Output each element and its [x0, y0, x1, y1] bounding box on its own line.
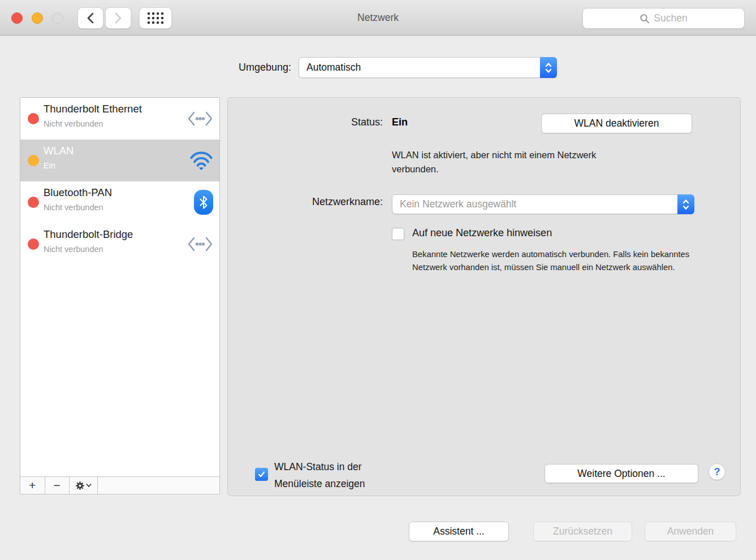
ask-new-networks-label: Auf neue Netzwerke hinweisen: [412, 227, 552, 239]
zoom-button: [52, 12, 63, 24]
service-status: Nicht verbunden: [44, 203, 103, 212]
remove-service-button[interactable]: −: [45, 477, 70, 494]
wifi-toggle-button[interactable]: WLAN deaktivieren: [541, 114, 692, 133]
network-name-popup-value: Kein Netzwerk ausgewählt: [400, 195, 675, 214]
forward-button: [105, 7, 131, 29]
add-service-button[interactable]: +: [20, 477, 45, 494]
ask-new-networks-help-text: Bekannte Netzwerke werden automatisch ve…: [412, 248, 690, 274]
location-popup[interactable]: Automatisch: [299, 57, 557, 78]
show-in-menubar-label: WLAN-Status in der Menüleiste anzeigen: [274, 458, 407, 492]
service-status: Ein: [44, 161, 55, 170]
status-description: WLAN ist aktiviert, aber nicht mit einem…: [392, 148, 614, 176]
search-input[interactable]: Suchen: [582, 8, 745, 29]
service-list: Thunderbolt Ethernet Nicht verbunden WLA…: [20, 97, 220, 494]
service-row-thunderbolt-bridge[interactable]: Thunderbolt-Bridge Nicht verbunden: [20, 223, 219, 265]
status-dot-red: [28, 238, 39, 250]
status-dot-red: [28, 197, 39, 208]
wifi-icon: [189, 151, 213, 170]
advanced-options-button[interactable]: Weitere Optionen ...: [545, 464, 698, 483]
thunderbolt-ethernet-icon: [187, 110, 213, 127]
chevron-down-icon: [86, 483, 92, 488]
location-label: Umgebung:: [147, 57, 291, 78]
service-name: Thunderbolt-Bridge: [44, 228, 133, 241]
service-name: Bluetooth-PAN: [44, 186, 112, 199]
close-button[interactable]: [11, 12, 23, 24]
network-name-label: Netzwerkname:: [228, 196, 383, 208]
grid-icon: [148, 12, 163, 24]
wifi-settings-pane: Status: Ein WLAN deaktivieren WLAN ist a…: [227, 97, 741, 496]
minimize-button[interactable]: [32, 12, 43, 24]
service-list-toolbar: + −: [20, 476, 219, 494]
popup-stepper-icon: [540, 57, 557, 78]
service-status: Nicht verbunden: [44, 119, 103, 128]
checkmark-icon: [257, 470, 266, 479]
location-popup-value: Automatisch: [306, 58, 537, 77]
service-status: Nicht verbunden: [44, 245, 103, 254]
apply-button: Anwenden: [645, 522, 736, 541]
service-row-bluetooth-pan[interactable]: Bluetooth-PAN Nicht verbunden: [20, 181, 219, 223]
bluetooth-icon: [194, 190, 213, 215]
gear-icon: [75, 481, 85, 490]
service-name: WLAN: [44, 145, 74, 157]
show-all-button[interactable]: [139, 7, 172, 29]
service-row-wlan[interactable]: WLAN Ein: [20, 140, 219, 181]
thunderbolt-ethernet-icon: [187, 236, 213, 253]
chevron-right-icon: [113, 12, 123, 24]
service-name: Thunderbolt Ethernet: [44, 103, 142, 115]
chevron-left-icon: [85, 12, 96, 24]
help-button[interactable]: ?: [709, 463, 725, 480]
titlebar: Netzwerk Suchen: [0, 0, 756, 36]
service-row-thunderbolt-ethernet[interactable]: Thunderbolt Ethernet Nicht verbunden: [20, 98, 219, 140]
status-dot-yellow: [28, 155, 39, 166]
network-name-popup[interactable]: Kein Netzwerk ausgewählt: [392, 194, 694, 214]
action-menu-button[interactable]: [70, 477, 98, 494]
revert-button: Zurücksetzen: [533, 522, 632, 541]
status-label: Status:: [228, 116, 383, 128]
status-value: Ein: [392, 116, 408, 128]
search-icon: [640, 14, 650, 24]
ask-new-networks-checkbox[interactable]: [392, 228, 404, 240]
popup-stepper-icon: [677, 194, 694, 214]
assistant-button[interactable]: Assistent ...: [409, 522, 509, 541]
back-button[interactable]: [77, 7, 103, 29]
show-in-menubar-checkbox[interactable]: [255, 468, 268, 481]
search-placeholder: Suchen: [654, 12, 687, 24]
status-dot-red: [28, 113, 39, 124]
